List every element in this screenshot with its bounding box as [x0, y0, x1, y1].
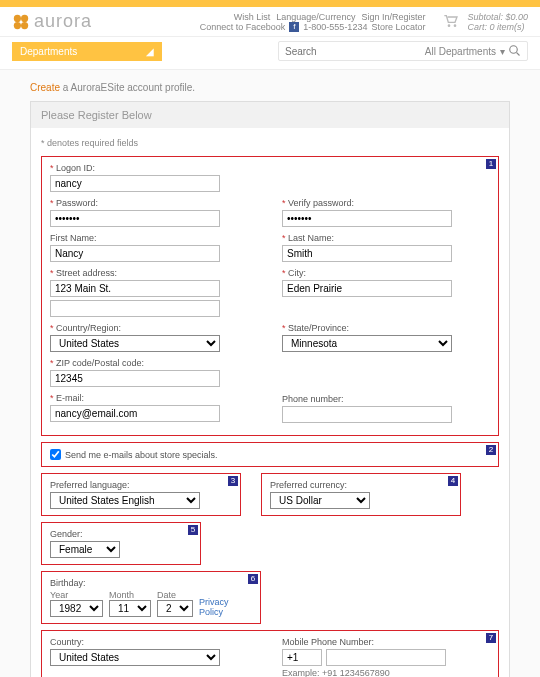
register-panel: Please Register Below * denotes required…: [30, 101, 510, 677]
required-note: * denotes required fields: [41, 138, 499, 148]
aurora-logo-icon: [12, 13, 30, 31]
city-label: City:: [282, 268, 490, 278]
year-select[interactable]: 1982: [50, 600, 103, 617]
badge-4: 4: [448, 476, 458, 486]
city-input[interactable]: [282, 280, 452, 297]
email-optin-box: 2 Send me e-mails about store specials.: [41, 442, 499, 467]
mphone-prefix-input[interactable]: [282, 649, 322, 666]
phone-number: 1-800-555-1234: [303, 22, 367, 32]
mphone-label: Mobile Phone Number:: [282, 637, 490, 647]
departments-label: Departments: [20, 46, 77, 57]
verify-input[interactable]: [282, 210, 452, 227]
personal-info-box: 1 Logon ID: Password: First Name: Street…: [41, 156, 499, 436]
logon-input[interactable]: [50, 175, 220, 192]
search-icon[interactable]: [509, 45, 521, 57]
header-second-row: Connect to Facebook f 1-800-555-1234 Sto…: [200, 22, 426, 32]
mphone-number-input[interactable]: [326, 649, 446, 666]
content: Create a AuroraESite account profile. Pl…: [0, 70, 540, 677]
create-rest: a AuroraESite account profile.: [63, 82, 195, 93]
last-name-input[interactable]: [282, 245, 452, 262]
badge-2: 2: [486, 445, 496, 455]
street-input-1[interactable]: [50, 280, 220, 297]
top-accent-bar: [0, 0, 540, 7]
verify-label: Verify password:: [282, 198, 490, 208]
chevron-down-icon: ▾: [500, 46, 505, 57]
all-departments-filter[interactable]: All Departments: [425, 46, 496, 57]
month-select[interactable]: 11: [109, 600, 151, 617]
brand-text: aurora: [34, 11, 92, 32]
sign-in-link[interactable]: Sign In/Register: [361, 12, 425, 22]
birthday-label: Birthday:: [50, 578, 252, 588]
badge-1: 1: [486, 159, 496, 169]
svg-line-7: [517, 53, 520, 56]
pref-cur-label: Preferred currency:: [270, 480, 452, 490]
country2-select[interactable]: United States: [50, 649, 220, 666]
lang-currency-link[interactable]: Language/Currency: [276, 12, 355, 22]
pref-lang-select[interactable]: United States English: [50, 492, 200, 509]
store-locator-link[interactable]: Store Locator: [371, 22, 425, 32]
create-account-heading: Create a AuroraESite account profile.: [30, 82, 510, 93]
wish-list-link[interactable]: Wish List: [234, 12, 271, 22]
search-wrap: All Departments ▾: [278, 41, 528, 61]
svg-point-6: [510, 46, 518, 54]
pref-lang-label: Preferred language:: [50, 480, 232, 490]
chevron-down-icon: ◢: [146, 46, 154, 57]
gender-select[interactable]: Female: [50, 541, 120, 558]
country-select[interactable]: United States: [50, 335, 220, 352]
country-label: Country/Region:: [50, 323, 258, 333]
svg-point-2: [14, 22, 21, 29]
badge-3: 3: [228, 476, 238, 486]
badge-7: 7: [486, 633, 496, 643]
month-label: Month: [109, 590, 151, 600]
create-word: Create: [30, 82, 60, 93]
date-label: Date: [157, 590, 193, 600]
connect-facebook-link[interactable]: Connect to Facebook: [200, 22, 286, 32]
nav-row: Departments ◢ All Departments ▾: [0, 37, 540, 70]
subtotal-text: Subtotal: $0.00: [467, 12, 528, 22]
gender-label: Gender:: [50, 529, 192, 539]
last-name-label: Last Name:: [282, 233, 490, 243]
badge-6: 6: [248, 574, 258, 584]
cart-icon: [443, 14, 459, 30]
street-input-2[interactable]: [50, 300, 220, 317]
first-name-label: First Name:: [50, 233, 258, 243]
cart-items-text: Cart: 0 item(s): [467, 22, 528, 32]
pref-currency-box: 4 Preferred currency: US Dollar: [261, 473, 461, 516]
street-label: Street address:: [50, 268, 258, 278]
email-label: E-mail:: [50, 393, 258, 403]
email-input[interactable]: [50, 405, 220, 422]
mobile-box: 7 Country: United States Mobile Phone Nu…: [41, 630, 499, 677]
country2-label: Country:: [50, 637, 258, 647]
logo[interactable]: aurora: [12, 11, 92, 32]
svg-point-1: [21, 14, 28, 21]
svg-point-0: [14, 14, 21, 21]
badge-5: 5: [188, 525, 198, 535]
panel-title: Please Register Below: [31, 102, 509, 128]
mphone-example: Example: +91 1234567890: [282, 668, 490, 677]
year-label: Year: [50, 590, 103, 600]
svg-point-3: [21, 22, 28, 29]
svg-point-5: [454, 24, 457, 27]
password-input[interactable]: [50, 210, 220, 227]
gender-box: 5 Gender: Female: [41, 522, 201, 565]
email-specials-checkbox[interactable]: [50, 449, 61, 460]
phone-input[interactable]: [282, 406, 452, 423]
phone-label: Phone number:: [282, 394, 490, 404]
facebook-icon[interactable]: f: [289, 22, 299, 32]
privacy-policy-link[interactable]: Privacy Policy: [199, 597, 252, 617]
date-select[interactable]: 2: [157, 600, 193, 617]
birthday-box: 6 Birthday: Year1982 Month11 Date2 Priva…: [41, 571, 261, 624]
first-name-input[interactable]: [50, 245, 220, 262]
zip-label: ZIP code/Postal code:: [50, 358, 258, 368]
password-label: Password:: [50, 198, 258, 208]
departments-button[interactable]: Departments ◢: [12, 42, 162, 61]
state-select[interactable]: Minnesota: [282, 335, 452, 352]
header: aurora Wish List Language/Currency Sign …: [0, 7, 540, 37]
state-label: State/Province:: [282, 323, 490, 333]
pref-cur-select[interactable]: US Dollar: [270, 492, 370, 509]
cart-summary[interactable]: Subtotal: $0.00 Cart: 0 item(s): [443, 12, 528, 32]
header-right: Wish List Language/Currency Sign In/Regi…: [200, 12, 426, 32]
email-specials-label: Send me e-mails about store specials.: [65, 450, 218, 460]
search-input[interactable]: [285, 46, 385, 57]
zip-input[interactable]: [50, 370, 220, 387]
